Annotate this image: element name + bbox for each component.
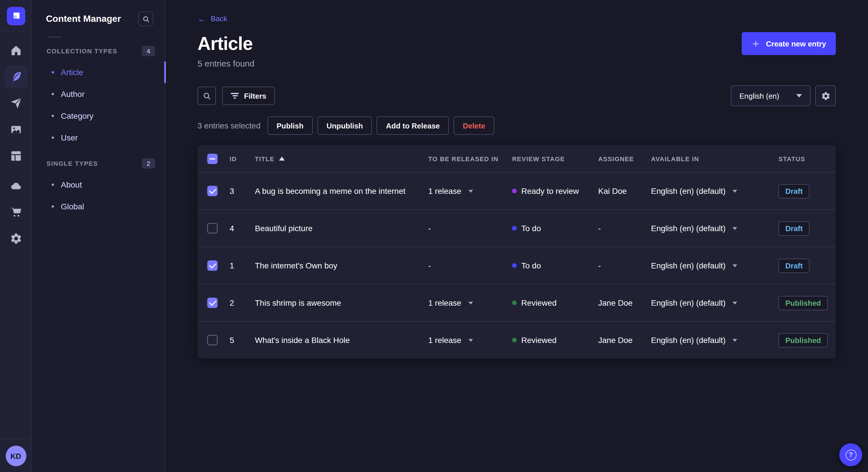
cell-released-in[interactable]: 1 release (423, 336, 506, 345)
column-header-available-in[interactable]: AVAILABLE IN (645, 155, 773, 162)
nav-settings[interactable] (4, 227, 27, 250)
column-header-status[interactable]: STATUS (773, 155, 836, 162)
cell-available-in[interactable]: English (en) (default) (645, 224, 773, 233)
cell-title: This shrimp is awesome (249, 298, 423, 307)
cell-available-in[interactable]: English (en) (default) (645, 187, 773, 196)
single-types-list: About Global (32, 174, 165, 217)
user-avatar[interactable]: KD (5, 446, 26, 466)
nav-content-manager[interactable] (4, 65, 27, 88)
images-icon (9, 123, 22, 136)
cell-released-in[interactable]: 1 release (423, 187, 506, 196)
unpublish-button[interactable]: Unpublish (317, 116, 372, 135)
chevron-down-icon (733, 301, 737, 304)
search-button[interactable] (197, 87, 216, 105)
list-settings-button[interactable] (815, 86, 836, 106)
entries-table: ID TITLE TO BE RELEASED IN REVIEW STAGE … (197, 145, 836, 359)
cell-review-stage: Reviewed (506, 336, 592, 345)
collection-types-section: COLLECTION TYPES 4 Article Author Catego… (32, 45, 165, 148)
table-row[interactable]: 3 A bug is becoming a meme on the intern… (197, 172, 836, 209)
cell-id: 1 (224, 261, 249, 270)
page-title: Article (197, 33, 253, 54)
cell-review-stage: To do (506, 261, 592, 270)
sidebar-item-article[interactable]: Article (32, 61, 165, 83)
table-row[interactable]: 4 Beautiful picture - To do - English (e… (197, 209, 836, 247)
cell-released-in[interactable]: 1 release (423, 298, 506, 307)
subnav-search-button[interactable] (138, 11, 153, 26)
feather-icon (9, 71, 22, 83)
help-button[interactable]: ? (839, 443, 862, 466)
column-header-title[interactable]: TITLE (249, 155, 423, 162)
cell-id: 3 (224, 187, 249, 196)
nav-media-library[interactable] (4, 118, 27, 141)
table-body: 3 A bug is becoming a meme on the intern… (197, 172, 836, 359)
gear-icon (820, 91, 830, 101)
bullet-icon (52, 93, 54, 95)
cell-available-in[interactable]: English (en) (default) (645, 261, 773, 270)
create-button-label: Create new entry (766, 39, 826, 48)
select-all-checkbox[interactable] (207, 154, 218, 164)
strapi-logo[interactable] (7, 7, 25, 25)
cell-available-in[interactable]: English (en) (default) (645, 336, 773, 345)
chevron-down-icon (733, 339, 737, 341)
cell-assignee: Jane Doe (592, 298, 645, 307)
cell-review-stage: To do (506, 224, 592, 233)
chevron-down-icon (468, 301, 473, 304)
locale-select-value: English (en) (739, 92, 779, 100)
single-types-section: SINGLE TYPES 2 About Global (32, 158, 165, 217)
table-row[interactable]: 1 The internet's Own boy - To do - Engli… (197, 247, 836, 284)
row-checkbox[interactable] (207, 186, 218, 196)
nav-deploy[interactable] (4, 174, 27, 197)
bullet-icon (52, 205, 54, 208)
column-header-review-stage[interactable]: REVIEW STAGE (506, 155, 592, 162)
column-header-released-in[interactable]: TO BE RELEASED IN (423, 155, 506, 162)
nav-home[interactable] (4, 39, 27, 62)
add-to-release-button[interactable]: Add to Release (377, 116, 449, 135)
question-mark-icon: ? (845, 449, 856, 460)
delete-button[interactable]: Delete (454, 116, 494, 135)
collection-types-list: Article Author Category User (32, 61, 165, 148)
table-row[interactable]: 2 This shrimp is awesome 1 release Revie… (197, 284, 836, 321)
cell-released-in[interactable]: - (423, 261, 506, 270)
column-header-assignee[interactable]: ASSIGNEE (592, 155, 645, 162)
stage-dot-icon (512, 226, 517, 231)
bullet-icon (52, 71, 54, 73)
search-icon (203, 92, 211, 100)
sidebar-item-category[interactable]: Category (32, 105, 165, 127)
row-checkbox[interactable] (207, 223, 218, 233)
row-checkbox[interactable] (207, 298, 218, 308)
sidebar-item-user[interactable]: User (32, 127, 165, 148)
nav-releases[interactable] (4, 92, 27, 115)
nav-content-type-builder[interactable] (4, 144, 27, 167)
table-row[interactable]: 5 What's inside a Black Hole 1 release R… (197, 321, 836, 359)
sidebar-item-author[interactable]: Author (32, 83, 165, 105)
cart-icon (9, 206, 22, 218)
back-link[interactable]: ← Back (197, 14, 227, 23)
cell-id: 2 (224, 298, 249, 307)
entries-found-subtitle: 5 entries found (197, 59, 836, 68)
publish-button[interactable]: Publish (267, 116, 313, 135)
sidebar-item-about[interactable]: About (32, 174, 165, 196)
search-icon (142, 15, 150, 23)
main-content: ← Back Article Create new entry 5 entrie… (165, 0, 868, 472)
row-checkbox[interactable] (207, 260, 218, 271)
cell-review-stage: Reviewed (506, 298, 592, 307)
nav-marketplace[interactable] (4, 201, 27, 224)
subnav-title: Content Manager (46, 14, 121, 24)
create-new-entry-button[interactable]: Create new entry (742, 32, 836, 55)
stage-dot-icon (512, 301, 517, 305)
strapi-logo-icon (11, 11, 21, 21)
rail-footer: KD (0, 439, 32, 472)
locale-select[interactable]: English (en) (731, 86, 811, 106)
column-header-id[interactable]: ID (224, 155, 249, 162)
content-manager-subnav: Content Manager COLLECTION TYPES 4 Artic… (32, 0, 165, 472)
sort-ascending-icon (279, 157, 285, 161)
sidebar-item-global[interactable]: Global (32, 196, 165, 217)
row-checkbox[interactable] (207, 335, 218, 345)
cell-released-in[interactable]: - (423, 224, 506, 233)
home-icon (9, 44, 22, 57)
cell-available-in[interactable]: English (en) (default) (645, 298, 773, 307)
content-manager-app: KD Content Manager COLLECTION TYPES 4 Ar… (0, 0, 868, 472)
cell-title: The internet's Own boy (249, 261, 423, 270)
cell-assignee: - (592, 261, 645, 270)
filters-button[interactable]: Filters (222, 87, 275, 105)
